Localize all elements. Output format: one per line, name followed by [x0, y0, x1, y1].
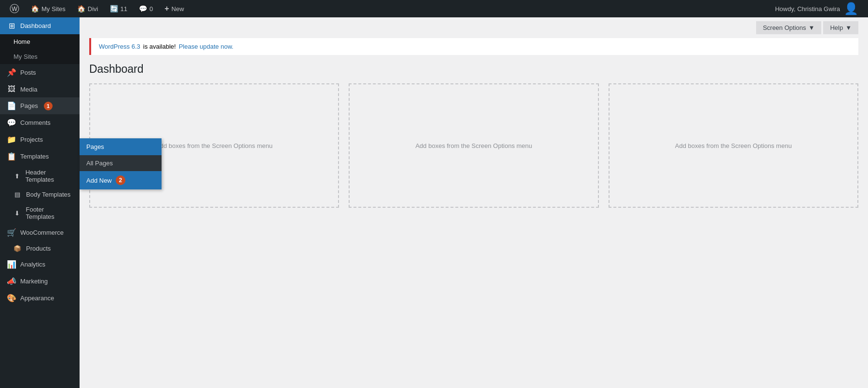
dashboard-column-3: Add boxes from the Screen Options menu: [609, 83, 858, 208]
sidebar-item-templates[interactable]: 📋 Templates: [0, 148, 80, 165]
wp-icon: ⓦ: [10, 2, 19, 15]
flyout-header: Pages: [80, 138, 162, 155]
sidebar-item-dashboard[interactable]: ⊞ Dashboard: [0, 17, 80, 34]
my-sites-menu[interactable]: 🏠 My Sites: [26, 0, 70, 17]
updates-menu[interactable]: 🔄 11: [105, 0, 132, 17]
plus-icon: +: [164, 4, 169, 13]
sidebar-item-posts[interactable]: 📌 Posts: [0, 64, 80, 81]
sidebar-label-pages: Pages: [20, 102, 38, 109]
sidebar-label-my-sites: My Sites: [14, 53, 38, 60]
update-notice: WordPress 6.3 is available! Please updat…: [89, 38, 858, 55]
new-content-menu[interactable]: + New: [160, 0, 189, 17]
sidebar-label-dashboard: Dashboard: [20, 22, 51, 29]
pages-icon: 📄: [7, 101, 16, 110]
body-templates-icon: ▤: [13, 191, 22, 198]
user-avatar: 👤: [844, 2, 858, 15]
comment-icon: 💬: [139, 5, 147, 13]
appearance-icon: 🎨: [7, 294, 16, 303]
refresh-icon: 🔄: [110, 5, 118, 13]
flyout-item-add-new[interactable]: Add New 2: [80, 171, 162, 189]
divi-menu[interactable]: 🏠 Divi: [72, 0, 103, 17]
analytics-icon: 📊: [7, 260, 16, 269]
pages-badge: 1: [44, 102, 53, 110]
sidebar-item-home[interactable]: Home: [0, 34, 80, 49]
screen-meta-links: Screen Options ▼ Help ▼: [80, 17, 868, 38]
help-chevron: ▼: [845, 24, 852, 31]
help-button[interactable]: Help ▼: [823, 21, 858, 34]
house-icon: 🏠: [31, 5, 39, 13]
sidebar-item-products[interactable]: 📦 Products: [0, 241, 80, 256]
sidebar-label-products: Products: [26, 245, 51, 252]
sidebar: ⊞ Dashboard Home My Sites 📌 Posts 🖼 Medi…: [0, 17, 80, 388]
sidebar-label-marketing: Marketing: [20, 278, 48, 285]
dashboard-column-2: Add boxes from the Screen Options menu: [349, 83, 598, 208]
sidebar-label-templates: Templates: [20, 153, 49, 160]
woocommerce-icon: 🛒: [7, 228, 16, 237]
flyout-all-pages-label: All Pages: [86, 160, 113, 167]
wp-logo[interactable]: ⓦ: [5, 0, 24, 17]
templates-icon: 📋: [7, 152, 16, 161]
notice-text: is available!: [143, 43, 176, 50]
comments-menu[interactable]: 💬 0: [134, 0, 158, 17]
my-sites-label: My Sites: [41, 5, 66, 13]
screen-options-chevron: ▼: [809, 24, 815, 31]
sidebar-item-pages[interactable]: 📄 Pages 1: [0, 97, 80, 114]
marketing-icon: 📣: [7, 277, 16, 286]
sidebar-item-analytics[interactable]: 📊 Analytics: [0, 256, 80, 273]
footer-templates-icon: ⬇: [13, 210, 22, 217]
sidebar-label-comments: Comments: [20, 119, 51, 126]
flyout-item-all-pages[interactable]: All Pages: [80, 155, 162, 171]
sidebar-label-media: Media: [20, 86, 37, 93]
dashboard-columns: Add boxes from the Screen Options menu A…: [80, 83, 868, 208]
new-label: New: [172, 5, 184, 13]
sidebar-label-appearance: Appearance: [20, 294, 54, 302]
sidebar-item-footer-templates[interactable]: ⬇ Footer Templates: [0, 202, 80, 224]
header-templates-icon: ⬆: [13, 173, 22, 180]
update-now-link[interactable]: Please update now.: [179, 43, 233, 50]
dashboard-submenu: Home My Sites: [0, 34, 80, 64]
flyout-add-new-badge: 2: [116, 175, 125, 185]
dashboard-column-1-text: Add boxes from the Screen Options menu: [156, 142, 272, 149]
sidebar-item-projects[interactable]: 📁 Projects: [0, 131, 80, 148]
screen-options-button[interactable]: Screen Options ▼: [756, 21, 821, 34]
sidebar-label-body-templates: Body Templates: [26, 191, 70, 198]
projects-icon: 📁: [7, 135, 16, 144]
sidebar-label-footer-templates: Footer Templates: [26, 206, 73, 220]
products-icon: 📦: [13, 245, 22, 252]
sidebar-item-woocommerce[interactable]: 🛒 WooCommerce: [0, 224, 80, 241]
posts-icon: 📌: [7, 68, 16, 77]
dashboard-column-3-text: Add boxes from the Screen Options menu: [675, 142, 792, 149]
user-greeting-text: Howdy, Christina Gwira: [775, 5, 840, 13]
sidebar-item-marketing[interactable]: 📣 Marketing: [0, 273, 80, 290]
divi-icon: 🏠: [77, 5, 85, 13]
media-icon: 🖼: [7, 85, 16, 94]
page-title: Dashboard: [80, 63, 868, 83]
sidebar-label-posts: Posts: [20, 69, 36, 76]
sidebar-item-appearance[interactable]: 🎨 Appearance: [0, 290, 80, 307]
updates-count: 11: [121, 5, 127, 13]
dashboard-column-2-text: Add boxes from the Screen Options menu: [415, 142, 532, 149]
sidebar-item-body-templates[interactable]: ▤ Body Templates: [0, 187, 80, 202]
divi-label: Divi: [88, 5, 98, 13]
comments-icon: 💬: [7, 118, 16, 127]
sidebar-label-woocommerce: WooCommerce: [20, 229, 64, 236]
comments-count: 0: [149, 5, 153, 13]
user-greeting[interactable]: Howdy, Christina Gwira 👤: [775, 2, 863, 15]
pages-flyout-menu: Pages All Pages Add New 2: [80, 138, 162, 189]
help-label: Help: [830, 24, 843, 31]
sidebar-item-comments[interactable]: 💬 Comments: [0, 114, 80, 131]
screen-options-label: Screen Options: [763, 24, 806, 31]
sidebar-item-my-sites[interactable]: My Sites: [0, 49, 80, 64]
wp-version-link[interactable]: WordPress 6.3: [99, 43, 140, 50]
sidebar-label-analytics: Analytics: [20, 261, 45, 268]
sidebar-label-home: Home: [14, 38, 30, 45]
dashboard-icon: ⊞: [7, 21, 16, 30]
sidebar-label-header-templates: Header Templates: [26, 169, 73, 183]
sidebar-item-header-templates[interactable]: ⬆ Header Templates: [0, 165, 80, 187]
sidebar-label-projects: Projects: [20, 136, 43, 143]
admin-bar: ⓦ 🏠 My Sites 🏠 Divi 🔄 11 💬 0 + New Howdy…: [0, 0, 868, 17]
flyout-add-new-label: Add New: [86, 177, 112, 184]
sidebar-item-media[interactable]: 🖼 Media: [0, 81, 80, 97]
main-content: Screen Options ▼ Help ▼ WordPress 6.3 is…: [80, 17, 868, 388]
